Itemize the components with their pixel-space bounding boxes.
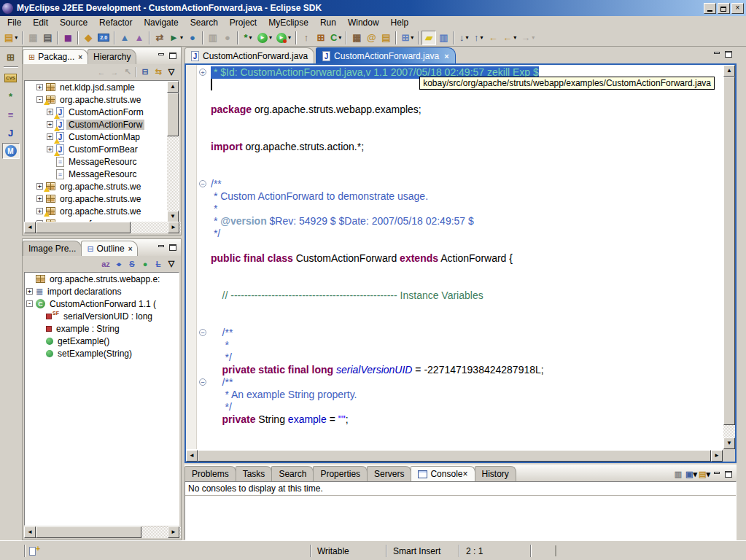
minimize-window-button[interactable] xyxy=(704,3,716,14)
outline-tab-outline[interactable]: ⊟Outline× xyxy=(81,241,138,256)
code-line[interactable] xyxy=(211,426,723,438)
code-line[interactable]: public final class CustomActionForward e… xyxy=(211,252,723,265)
hide-static-members-button[interactable]: S xyxy=(125,257,139,271)
code-line[interactable]: private String example = ""; xyxy=(211,413,723,426)
menu-source[interactable]: Source xyxy=(54,17,93,28)
run-server-button[interactable]: ►▾ xyxy=(167,31,185,45)
code-line[interactable]: import org.apache.struts.action.*; xyxy=(211,141,723,153)
tree-item[interactable]: setExample(String) xyxy=(25,347,179,359)
sort-alphabetically-button[interactable]: az xyxy=(99,257,112,271)
tree-item[interactable]: ≡MessageResourc xyxy=(25,168,179,180)
code-line[interactable]: package org.apache.struts.webapp.example… xyxy=(211,104,723,116)
annotation-ruler[interactable] xyxy=(186,65,197,449)
scroll-down-button[interactable]: ▼ xyxy=(167,211,179,222)
tree-item[interactable]: getExample() xyxy=(25,335,179,347)
scroll-left-button[interactable]: ◄ xyxy=(186,450,198,462)
java-perspective-button[interactable]: J xyxy=(2,125,20,141)
fold-collapse-icon[interactable]: − xyxy=(199,180,206,187)
print-button[interactable]: ▤ xyxy=(40,31,55,45)
open-console-button[interactable]: ▤▾ xyxy=(698,467,711,481)
scroll-right-button[interactable]: ► xyxy=(711,450,723,462)
expand-icon[interactable]: + xyxy=(36,84,43,90)
code-line[interactable]: * xyxy=(211,203,723,215)
expand-icon[interactable]: + xyxy=(47,109,53,115)
debug-button[interactable]: *▾ xyxy=(241,31,255,45)
run-server-button-dropdown[interactable]: ▾ xyxy=(180,34,183,41)
view-menu-button[interactable]: ▽ xyxy=(165,257,178,271)
code-line[interactable]: // -------------------------------------… xyxy=(211,289,723,302)
new-class-button-dropdown[interactable]: ▾ xyxy=(338,34,341,41)
hide-fields-button[interactable]: ● xyxy=(112,257,125,271)
code-line[interactable] xyxy=(211,91,723,104)
code-line[interactable]: * @version $Rev: 54929 $ $Date: 2007/05/… xyxy=(211,215,723,228)
folding-ruler[interactable]: +−−− xyxy=(198,65,208,449)
hscroll-thumb[interactable] xyxy=(36,222,131,233)
menu-edit[interactable]: Edit xyxy=(27,17,54,28)
expand-icon[interactable]: + xyxy=(36,195,43,202)
bottom-tab-properties[interactable]: Properties xyxy=(313,466,368,481)
link-with-editor-button[interactable]: ⇆ xyxy=(152,66,165,79)
close-tab-icon[interactable]: × xyxy=(444,52,448,61)
collapse-icon[interactable]: - xyxy=(26,300,33,307)
previous-annotation-button[interactable]: ↑▾ xyxy=(471,31,486,45)
run-external-tools-button[interactable]: ►▾ xyxy=(274,31,293,45)
tree-item[interactable]: +JCustomActionMap xyxy=(25,131,179,143)
collapse-all-button[interactable]: ⊟ xyxy=(139,66,152,79)
expand-icon[interactable]: + xyxy=(36,208,43,214)
tree-item[interactable]: +net.kldp.jsd.sample xyxy=(25,81,179,93)
vscroll-thumb[interactable] xyxy=(167,93,179,136)
copy-qualified-name-button-dropdown[interactable]: ▾ xyxy=(411,34,413,41)
new-interface-wizard-button[interactable]: ▲ xyxy=(132,31,147,45)
tree-item[interactable]: +JCustomFormBear xyxy=(25,143,179,155)
open-type-hierarchy-button[interactable]: ↑ xyxy=(299,31,314,45)
copy-qualified-name-button[interactable]: ⊞▾ xyxy=(399,31,416,45)
previous-annotation-button-dropdown[interactable]: ▾ xyxy=(481,34,483,41)
last-edit-location-button[interactable]: ← xyxy=(486,31,500,45)
new-wizard-button-dropdown[interactable]: ▾ xyxy=(15,34,18,41)
code-line[interactable]: * Custom ActionForward to demonstrate us… xyxy=(211,190,723,203)
collapse-icon[interactable]: - xyxy=(36,96,43,103)
scroll-right-button[interactable]: ► xyxy=(168,526,179,538)
code-line[interactable] xyxy=(211,166,723,178)
tree-item[interactable]: +JCustomActionForm xyxy=(25,106,179,118)
maximize-editor-button[interactable] xyxy=(723,49,734,59)
tree-item[interactable]: +≣import declarations xyxy=(25,285,179,298)
up-button[interactable]: ↖ xyxy=(121,66,134,79)
mark-occurrences-toggle[interactable]: ▰ xyxy=(421,31,436,45)
new-class-wizard-button[interactable]: ▲ xyxy=(117,31,132,45)
hscroll-thumb[interactable] xyxy=(36,526,141,538)
web-2.0-browser-button[interactable]: 2.0 xyxy=(96,31,112,45)
menu-run[interactable]: Run xyxy=(314,17,342,28)
menu-project[interactable]: Project xyxy=(224,17,263,28)
expand-icon[interactable]: + xyxy=(36,183,43,190)
code-line[interactable]: * An example String property. xyxy=(211,389,723,401)
explorer-tab-hierarchy[interactable]: Hierarchy xyxy=(88,49,136,64)
scroll-up-button[interactable]: ▲ xyxy=(723,65,735,77)
outline-tab-image-pre-[interactable]: Image Pre... xyxy=(23,241,82,256)
code-line[interactable] xyxy=(211,240,723,252)
tree-item[interactable]: example : String xyxy=(25,322,179,335)
code-line[interactable]: */ xyxy=(211,401,723,413)
hscroll-thumb[interactable] xyxy=(198,450,711,462)
code-line[interactable] xyxy=(211,128,723,141)
minimize-editor-button[interactable] xyxy=(711,49,723,59)
menu-search[interactable]: Search xyxy=(184,17,224,28)
scroll-left-button[interactable]: ◄ xyxy=(24,222,36,233)
back-button[interactable]: ← xyxy=(95,66,108,79)
forward-history-button-dropdown[interactable]: ▾ xyxy=(532,34,535,41)
scroll-up-button[interactable]: ▲ xyxy=(167,81,179,93)
code-line[interactable]: * xyxy=(211,339,723,351)
open-perspective-button[interactable]: ⊞ xyxy=(2,49,20,65)
bottom-tab-tasks[interactable]: Tasks xyxy=(236,466,273,481)
new-myeclipse-project-button[interactable]: ◼ xyxy=(61,31,75,45)
open-console-button-dropdown[interactable]: ▾ xyxy=(706,470,710,479)
scroll-down-button[interactable]: ▼ xyxy=(723,438,735,449)
code-text[interactable]: * $Id: CustomActionForward.java,v 1.1 20… xyxy=(211,65,723,449)
fold-collapse-icon[interactable]: − xyxy=(199,378,206,386)
code-line[interactable] xyxy=(211,277,723,289)
tree-item[interactable]: +org.apache.struts.we xyxy=(25,205,179,217)
cvs-perspective-button[interactable]: CVS xyxy=(2,70,20,86)
expand-icon[interactable]: + xyxy=(47,121,53,128)
bottom-tab-history[interactable]: History xyxy=(475,466,516,481)
code-line[interactable]: /** xyxy=(211,178,723,190)
